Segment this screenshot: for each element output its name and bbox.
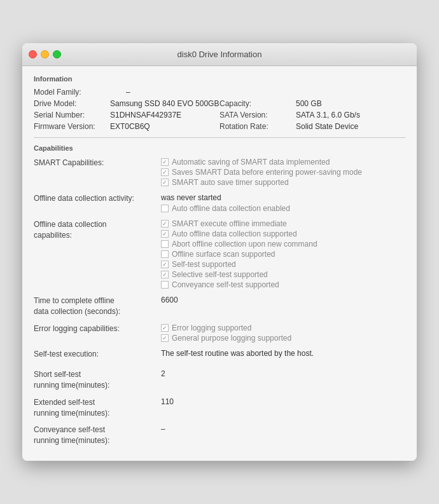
conveyance-selftest-value: – xyxy=(161,425,405,433)
smart-item-3: SMART auto save timer supported xyxy=(161,178,405,187)
offline-cap-cb-2 xyxy=(161,230,169,238)
section-divider xyxy=(34,137,405,138)
rotation-col: Rotation Rate: Solid State Device xyxy=(220,122,405,131)
offline-cap-list: SMART execute offline immediate Auto off… xyxy=(161,219,405,289)
offline-cap-row: Offline data collection capabilites: SMA… xyxy=(34,217,405,291)
smart-item-1-text: Automatic saving of SMART data implement… xyxy=(172,158,330,167)
offline-cap-cb-6 xyxy=(161,271,169,278)
offline-activity-text: was never started xyxy=(161,193,405,202)
time-complete-label: Time to complete offline data collection… xyxy=(34,296,161,317)
capacity-label: Capacity: xyxy=(220,99,296,108)
rotation-value: Solid State Device xyxy=(296,122,358,131)
window-title: disk0 Drive Information xyxy=(178,50,262,59)
drive-model-value: Samsung SSD 840 EVO 500GB xyxy=(110,99,219,108)
offline-auto-item: Auto offline data collection enabled xyxy=(161,204,405,213)
close-button[interactable] xyxy=(29,50,37,58)
content-area: Information Model Family: – Drive Model:… xyxy=(22,66,417,461)
offline-cap-1: SMART execute offline immediate xyxy=(161,219,405,228)
error-logging-cb-1 xyxy=(161,324,169,332)
offline-auto-text: Auto offline data collection enabled xyxy=(172,204,290,213)
smart-item-2: Saves SMART Data before entering power-s… xyxy=(161,168,405,177)
offline-cap-3-text: Abort offline collection upon new comman… xyxy=(172,240,317,249)
serial-label: Serial Number: xyxy=(34,111,110,119)
offline-cap-7: Conveyance self-test supported xyxy=(161,280,405,289)
short-selftest-row: Short self-test running time(minutes): 2 xyxy=(34,367,405,393)
offline-cap-5: Self-test supported xyxy=(161,260,405,269)
capacity-value: 500 GB xyxy=(296,99,322,108)
error-logging-row: Error logging capabilities: Error loggin… xyxy=(34,322,405,344)
offline-cap-value: SMART execute offline immediate Auto off… xyxy=(161,219,405,289)
smart-item-3-text: SMART auto save timer supported xyxy=(172,178,289,187)
maximize-button[interactable] xyxy=(53,50,61,58)
short-selftest-value: 2 xyxy=(161,369,405,378)
model-family-label: Model Family: xyxy=(34,88,126,97)
titlebar-buttons xyxy=(29,50,61,58)
sata-value: SATA 3.1, 6.0 Gb/s xyxy=(296,111,360,119)
info-row-firmware: Firmware Version: EXT0CB6Q Rotation Rate… xyxy=(34,121,405,132)
firmware-col: Firmware Version: EXT0CB6Q xyxy=(34,122,220,131)
extended-selftest-value: 110 xyxy=(161,397,405,406)
info-row-serial: Serial Number: S1DHNSAF442937E SATA Vers… xyxy=(34,109,405,121)
offline-cap-7-text: Conveyance self-test supported xyxy=(172,280,279,289)
short-selftest-label: Short self-test running time(minutes): xyxy=(34,369,161,391)
time-complete-row: Time to complete offline data collection… xyxy=(34,294,405,319)
serial-value: S1DHNSAF442937E xyxy=(110,111,181,119)
smart-checkbox-list: Automatic saving of SMART data implement… xyxy=(161,158,405,187)
smart-cb-3 xyxy=(161,179,169,186)
smart-item-2-text: Saves SMART Data before entering power-s… xyxy=(172,168,362,177)
offline-cap-cb-1 xyxy=(161,220,169,228)
time-complete-value: 6600 xyxy=(161,296,405,304)
self-test-value: The self-test routine was aborted by the… xyxy=(161,349,405,358)
offline-cap-4-text: Offline surface scan supported xyxy=(172,250,275,259)
titlebar: disk0 Drive Information xyxy=(22,43,417,66)
offline-auto-cb xyxy=(161,205,169,212)
offline-cap-1-text: SMART execute offline immediate xyxy=(172,219,287,228)
error-logging-cb-2 xyxy=(161,334,169,342)
serial-col: Serial Number: S1DHNSAF442937E xyxy=(34,111,220,119)
self-test-row: Self-test execution: The self-test routi… xyxy=(34,347,405,362)
information-table: Model Family: – Drive Model: Samsung SSD… xyxy=(22,86,417,132)
offline-cap-cb-4 xyxy=(161,250,169,258)
capacity-col: Capacity: 500 GB xyxy=(220,99,405,108)
conveyance-selftest-row: Conveyance self-test running time(minute… xyxy=(34,423,405,448)
self-test-label: Self-test execution: xyxy=(34,349,161,360)
extended-selftest-row: Extended self-test running time(minutes)… xyxy=(34,395,405,421)
error-logging-2: General purpose logging supported xyxy=(161,334,405,343)
offline-activity-value: was never started Auto offline data coll… xyxy=(161,193,405,213)
error-logging-label: Error logging capabilities: xyxy=(34,324,161,334)
error-logging-list: Error logging supported General purpose … xyxy=(161,324,405,343)
offline-cap-4: Offline surface scan supported xyxy=(161,250,405,259)
window: disk0 Drive Information Information Mode… xyxy=(22,43,417,461)
offline-cap-2-text: Auto offline data collection supported xyxy=(172,229,297,238)
smart-capabilities-row: SMART Capabilities: Automatic saving of … xyxy=(34,156,405,189)
offline-cap-cb-5 xyxy=(161,261,169,268)
smart-item-1: Automatic saving of SMART data implement… xyxy=(161,158,405,167)
rotation-label: Rotation Rate: xyxy=(220,122,296,131)
error-logging-2-text: General purpose logging supported xyxy=(172,334,291,343)
capabilities-table: SMART Capabilities: Automatic saving of … xyxy=(22,156,417,454)
drive-model-label: Drive Model: xyxy=(34,99,110,108)
sata-label: SATA Version: xyxy=(220,111,296,119)
minimize-button[interactable] xyxy=(41,50,49,58)
sata-col: SATA Version: SATA 3.1, 6.0 Gb/s xyxy=(220,111,405,119)
offline-cap-6: Selective self-test supported xyxy=(161,270,405,279)
error-logging-1-text: Error logging supported xyxy=(172,324,251,332)
offline-activity-row: Offline data collection activity: was ne… xyxy=(34,191,405,215)
info-row-model-family: Model Family: – xyxy=(34,86,405,98)
smart-cb-2 xyxy=(161,168,169,176)
info-row-drive-model: Drive Model: Samsung SSD 840 EVO 500GB C… xyxy=(34,98,405,109)
error-logging-value: Error logging supported General purpose … xyxy=(161,324,405,343)
offline-cap-2: Auto offline data collection supported xyxy=(161,229,405,238)
firmware-value: EXT0CB6Q xyxy=(110,122,150,131)
conveyance-selftest-label: Conveyance self-test running time(minute… xyxy=(34,425,161,446)
offline-cap-5-text: Self-test supported xyxy=(172,260,236,269)
information-section-header: Information xyxy=(22,72,417,85)
offline-cap-3: Abort offline collection upon new comman… xyxy=(161,240,405,249)
offline-activity-label: Offline data collection activity: xyxy=(34,193,161,204)
offline-activity-cb-list: Auto offline data collection enabled xyxy=(161,204,405,213)
offline-cap-label: Offline data collection capabilites: xyxy=(34,219,161,241)
drive-model-col: Drive Model: Samsung SSD 840 EVO 500GB xyxy=(34,99,220,108)
model-family-value: – xyxy=(126,88,130,97)
capabilities-section-header: Capabilities xyxy=(22,142,417,154)
extended-selftest-label: Extended self-test running time(minutes)… xyxy=(34,397,161,419)
